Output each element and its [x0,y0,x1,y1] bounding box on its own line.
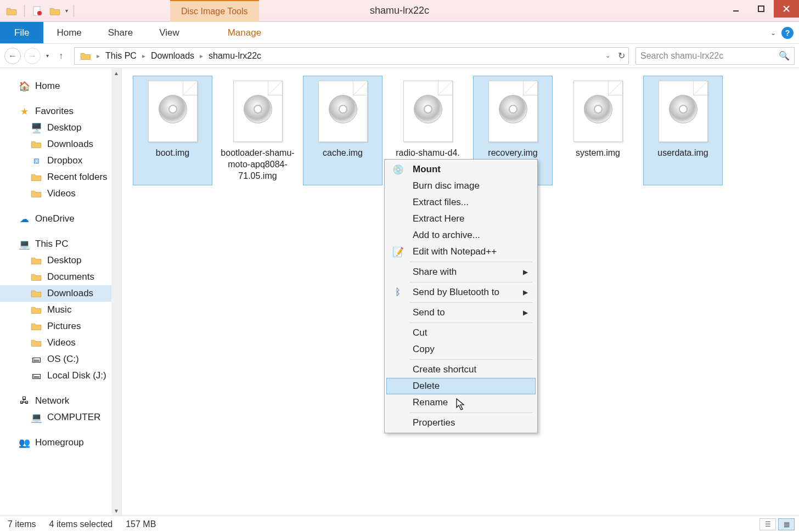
close-button[interactable] [774,0,799,18]
properties-icon[interactable] [30,4,44,18]
breadcrumb-segment[interactable]: Downloads [149,51,196,61]
view-details-button[interactable]: ☰ [759,518,776,530]
maximize-button[interactable] [749,0,774,18]
sidebar-item-network[interactable]: 🖧Network [0,393,121,409]
scroll-up-icon[interactable]: ▲ [111,68,121,78]
tab-manage[interactable]: Manage [215,22,274,43]
sidebar-item-os-c[interactable]: 🖴OS (C:) [0,351,121,367]
sidebar-item-downloads[interactable]: Downloads [0,136,121,152]
menu-item-extract-here[interactable]: Extract Here [386,211,536,227]
menu-label: Mount [413,164,441,175]
search-input[interactable]: Search shamu-lrx22c 🔍 [635,47,795,65]
star-icon: ★ [19,106,30,117]
ribbon: File Home Share View Manage ⌄ ? [0,22,799,44]
contextual-tab[interactable]: Disc Image Tools [170,0,259,22]
menu-item-burn[interactable]: Burn disc image [386,178,536,194]
up-button[interactable]: ↑ [54,49,67,63]
menu-item-extract-files[interactable]: Extract files... [386,194,536,211]
menu-item-cut[interactable]: Cut [386,325,536,341]
sidebar-item-computer[interactable]: 💻COMPUTER [0,409,121,426]
minimize-button[interactable] [723,0,749,18]
tab-file[interactable]: File [0,22,43,43]
status-size: 157 MB [126,519,156,529]
chevron-right-icon[interactable]: ▸ [93,52,103,60]
sidebar-label: This PC [35,239,68,250]
disc-image-icon [148,81,198,142]
sidebar-item-desktop[interactable]: 🖥️Desktop [0,120,121,136]
file-item[interactable]: cache.img [303,76,382,185]
forward-button[interactable]: → [24,48,41,64]
disc-image-icon [659,81,708,142]
menu-item-rename[interactable]: Rename [386,394,536,411]
folder-icon [78,52,93,60]
menu-item-mount[interactable]: 💿Mount [386,161,536,178]
view-large-icons-button[interactable]: ▦ [778,518,795,530]
sidebar-label: Favorites [35,106,74,117]
sidebar-item-dropbox[interactable]: ⧈Dropbox [0,152,121,169]
chevron-right-icon[interactable]: ▸ [196,52,206,60]
navbar: ← → ▾ ↑ ▸ This PC ▸ Downloads ▸ shamu-lr… [0,44,799,68]
sidebar-item-local-disk-j[interactable]: 🖴Local Disk (J:) [0,367,121,384]
breadcrumb-segment[interactable]: shamu-lrx22c [206,51,263,61]
file-item[interactable]: boot.img [133,76,212,185]
sidebar-item-videos[interactable]: Videos [0,335,121,351]
file-item[interactable]: userdata.img [643,76,723,185]
sidebar-item-homegroup[interactable]: 👥Homegroup [0,434,121,451]
file-label: radio-shamu-d4. [396,148,460,159]
tab-home[interactable]: Home [43,22,94,43]
back-button[interactable]: ← [4,48,21,64]
titlebar: ▾ Disc Image Tools shamu-lrx22c [0,0,799,22]
new-folder-icon[interactable] [48,4,62,18]
help-icon[interactable]: ? [781,27,794,39]
sidebar-item-favorites[interactable]: ★Favorites [0,103,121,120]
menu-item-share-with[interactable]: Share with▶ [386,264,536,280]
sidebar-label: Recent folders [47,172,108,183]
scroll-down-icon[interactable]: ▼ [111,506,121,516]
menu-item-send-to[interactable]: Send to▶ [386,304,536,321]
menu-item-copy[interactable]: Copy [386,341,536,358]
refresh-icon[interactable]: ↻ [618,50,625,61]
sidebar-label: Homegroup [35,437,84,448]
menu-item-add-archive[interactable]: Add to archive... [386,227,536,244]
sidebar-label: Downloads [47,288,93,299]
ribbon-expand-icon[interactable]: ⌄ [770,29,776,37]
tab-share[interactable]: Share [95,22,146,43]
sidebar-item-pictures[interactable]: Pictures [0,318,121,335]
breadcrumb-segment[interactable]: This PC [103,51,139,61]
menu-item-create-shortcut[interactable]: Create shortcut [386,361,536,378]
window-controls [723,0,799,18]
sidebar-item-music[interactable]: Music [0,302,121,318]
sidebar-item-downloads[interactable]: Downloads [0,285,121,302]
file-item[interactable]: system.img [558,76,638,185]
disc-image-icon [403,81,453,142]
address-bar[interactable]: ▸ This PC ▸ Downloads ▸ shamu-lrx22c ⌄ ↻ [74,47,629,65]
sidebar-item-videos[interactable]: Videos [0,185,121,202]
address-dropdown-icon[interactable]: ⌄ [605,52,610,59]
menu-item-delete[interactable]: Delete [386,378,536,394]
folder-icon [31,271,42,282]
separator [74,5,74,17]
menu-item-properties[interactable]: Properties [386,415,536,431]
sidebar-scrollbar[interactable]: ▲ ▼ [111,68,121,516]
tab-view[interactable]: View [146,22,193,43]
folder-icon[interactable] [4,4,19,18]
history-dropdown-icon[interactable]: ▾ [44,53,51,59]
menu-label: Delete [413,381,440,392]
menu-item-send-bluetooth[interactable]: ᛒSend by Bluetooth to▶ [386,284,536,301]
sidebar-item-onedrive[interactable]: ☁OneDrive [0,211,121,227]
sidebar-item-documents[interactable]: Documents [0,269,121,285]
chevron-right-icon[interactable]: ▸ [139,52,149,60]
sidebar-item-home[interactable]: 🏠Home [0,78,121,94]
sidebar-item-desktop[interactable]: Desktop [0,252,121,269]
sidebar-item-recent-folders[interactable]: Recent folders [0,169,121,185]
sidebar-item-this-pc[interactable]: 💻This PC [0,236,121,252]
qat-dropdown-icon[interactable]: ▾ [65,8,68,14]
sidebar-label: Local Disk (J:) [47,370,106,381]
menu-label: Burn disc image [413,180,480,191]
dropbox-icon: ⧈ [31,155,42,166]
menu-item-edit-notepad[interactable]: 📝Edit with Notepad++ [386,244,536,260]
disc-image-icon [573,81,623,142]
separator [24,5,25,17]
file-label: cache.img [323,148,363,159]
file-item[interactable]: bootloader-shamu-moto-apq8084-71.05.img [218,76,297,185]
